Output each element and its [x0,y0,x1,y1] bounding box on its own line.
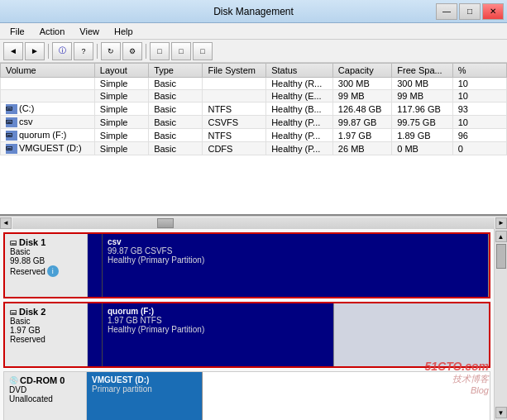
vscroll-thumb[interactable] [496,244,506,269]
cdrom-row: 💿 CD-ROM 0 DVD Unallocated VMGUEST (D:) … [3,371,490,420]
cell-volume: 🖴csv [1,116,95,129]
cell-layout: Simple [94,129,148,142]
cell-status: Healthy (P... [266,142,333,155]
cell-pct: 10 [452,90,506,103]
volume-table: Volume Layout Type File System Status Ca… [0,63,507,155]
cell-layout: Simple [94,78,148,90]
disk-row-1: 🖴 Disk 1 Basic 99.88 GB Reserved i csv [3,232,490,298]
cell-pct: 0 [452,142,506,155]
cell-fs: NTFS [203,129,266,142]
disk2-title: Disk 2 [19,307,45,317]
menu-action[interactable]: Action [33,25,72,38]
table-row[interactable]: 🖴csv Simple Basic CSVFS Healthy (P... 99… [1,116,507,129]
hscroll-thumb[interactable] [157,218,174,228]
table-row[interactable]: Simple Basic Healthy (R... 300 MB 300 MB… [1,78,507,90]
col-capacity: Capacity [332,64,391,78]
disk1-status: Reserved i [10,265,82,277]
help-button[interactable]: ? [74,42,93,60]
disk2-partitions: quorum (F:) 1.97 GB NTFS Healthy (Primar… [88,303,489,366]
cell-type: Basic [149,78,203,90]
cell-pct: 96 [452,129,506,142]
cdrom-type: DVD [9,385,81,394]
tool-refresh[interactable]: ↻ [101,42,121,60]
maximize-button[interactable]: □ [459,3,481,20]
menu-file[interactable]: File [3,25,31,38]
forward-button[interactable]: ► [25,42,45,60]
cell-type: Basic [149,116,203,129]
cdrom-partition[interactable]: VMGUEST (D:) Primary partition [87,372,203,420]
col-volume: Volume [1,64,95,78]
disk2-label: 🖴 Disk 2 Basic 1.97 GB Reserved [5,303,88,366]
cell-capacity: 99 MB [332,90,391,103]
menu-help[interactable]: Help [108,25,140,38]
tool-extra3[interactable]: □ [193,42,213,60]
cell-fs [203,90,266,103]
cell-status: Healthy (E... [266,90,333,103]
cell-volume [1,90,95,103]
table-row[interactable]: Simple Basic Healthy (E... 99 MB 99 MB 1… [1,90,507,103]
disk1-label: 🖴 Disk 1 Basic 99.88 GB Reserved i [5,234,88,297]
cell-fs: NTFS [203,103,266,116]
table-header-row: Volume Layout Type File System Status Ca… [1,64,507,78]
vertical-scrollbar[interactable]: ▲ ▼ [494,229,507,420]
disk2-free-space [334,303,489,366]
toolbar-separator-3 [146,44,146,59]
disk1-partition-csv[interactable]: csv 99.87 GB CSVFS Healthy (Primary Part… [103,234,489,297]
toolbar-separator-1 [48,44,49,59]
cdrom-partition-type: Primary partition [92,384,197,394]
disk1-info-icon[interactable]: i [47,265,59,277]
table-row[interactable]: 🖴VMGUEST (D:) Simple Basic CDFS Healthy … [1,142,507,155]
cell-layout: Simple [94,90,148,103]
cell-type: Basic [149,90,203,103]
cell-volume [1,78,95,90]
cell-pct: 93 [452,103,506,116]
cdrom-label: 💿 CD-ROM 0 DVD Unallocated [4,372,87,420]
cell-volume: 🖴quorum (F:) [1,129,95,142]
cell-type: Basic [149,129,203,142]
minimize-button[interactable]: — [436,3,457,20]
cell-layout: Simple [94,116,148,129]
horizontal-scrollbar[interactable]: ◄ ► [0,216,507,229]
hscroll-track [12,217,495,229]
window-title: Disk Management [213,6,294,17]
cell-free: 1.89 GB [392,129,452,142]
toolbar: ◄ ► ⓘ ? ↻ ⚙ □ □ □ [0,40,507,63]
disk1-csv-size: 99.87 GB CSVFS [108,246,483,255]
cell-free: 99 MB [392,90,452,103]
cell-capacity: 126.48 GB [332,103,391,116]
cell-status: Healthy (R... [266,78,333,90]
cell-pct: 10 [452,116,506,129]
cell-layout: Simple [94,142,148,155]
disk1-reserved-strip [88,234,103,297]
disk1-csv-name: csv [108,237,483,246]
tool-extra2[interactable]: □ [171,42,191,60]
cdrom-volume-name: VMGUEST (D:) [92,375,197,384]
tool-extra1[interactable]: □ [150,42,170,60]
cell-fs [203,78,266,90]
vscroll-down[interactable]: ▼ [495,407,507,418]
toolbar-separator-2 [97,44,98,59]
cell-status: Healthy (P... [266,116,333,129]
hscroll-right[interactable]: ► [495,217,507,229]
disk-area: 🖴 Disk 1 Basic 99.88 GB Reserved i csv [0,229,494,420]
info-button[interactable]: ⓘ [52,42,72,60]
disk2-status: Reserved [10,335,82,344]
hscroll-left[interactable]: ◄ [0,217,12,229]
volume-table-area[interactable]: Volume Layout Type File System Status Ca… [0,63,507,216]
vscroll-up[interactable]: ▲ [495,231,507,242]
disk2-partition-quorum[interactable]: quorum (F:) 1.97 GB NTFS Healthy (Primar… [103,303,334,366]
tool-settings[interactable]: ⚙ [122,42,142,60]
col-type: Type [149,64,203,78]
close-button[interactable]: ✕ [482,3,504,20]
cell-capacity: 1.97 GB [332,129,391,142]
cell-type: Basic [149,103,203,116]
table-row[interactable]: 🖴(C:) Simple Basic NTFS Healthy (B... 12… [1,103,507,116]
back-button[interactable]: ◄ [3,42,23,60]
cell-capacity: 99.87 GB [332,116,391,129]
disk2-quorum-size: 1.97 GB NTFS [108,316,328,325]
cell-free: 0 MB [392,142,452,155]
disk-area-wrapper: 🖴 Disk 1 Basic 99.88 GB Reserved i csv [0,229,507,420]
disk-row-2: 🖴 Disk 2 Basic 1.97 GB Reserved quorum (… [3,302,490,368]
menu-view[interactable]: View [73,25,106,38]
table-row[interactable]: 🖴quorum (F:) Simple Basic NTFS Healthy (… [1,129,507,142]
